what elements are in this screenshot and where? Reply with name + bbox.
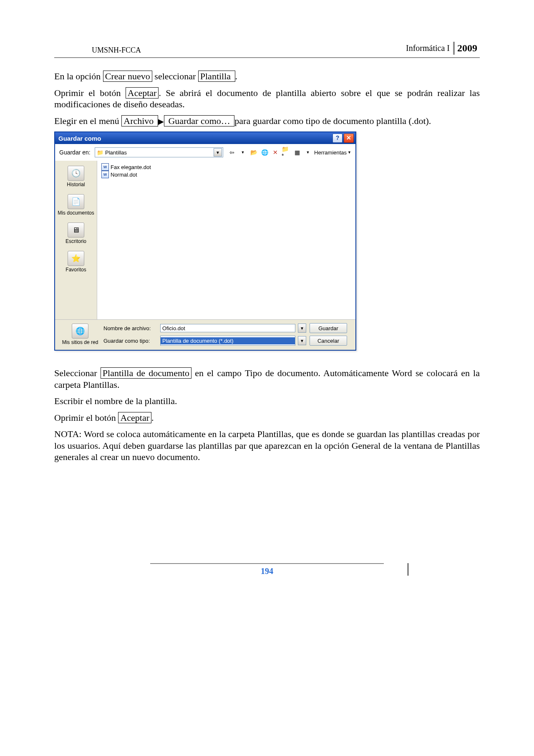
sidebar-item-label: Favoritos [65, 267, 86, 273]
help-button[interactable]: ? [332, 134, 343, 143]
dropdown-caret-icon[interactable]: ▼ [214, 148, 222, 157]
header-left: UMSNH-FCCA [54, 46, 141, 55]
word-doc-icon: W [101, 171, 109, 178]
delete-icon[interactable]: ✕ [271, 148, 280, 157]
save-in-label: Guardar en: [59, 149, 92, 156]
boxed-plantilla: Plantilla [198, 71, 235, 82]
cancel-button[interactable]: Cancelar [310, 336, 347, 346]
paragraph-6: Oprimir el botón Aceptar. [54, 412, 480, 424]
file-list-pane[interactable]: W Fax elegante.dot W Normal.dot [97, 161, 355, 319]
boxed-archivo: Archivo [121, 115, 158, 126]
dialog-bottom-area: 🌐 Mis sitios de red Nombre de archivo: ▼… [55, 319, 355, 350]
save-type-label: Guardar como tipo: [103, 338, 158, 344]
search-web-icon[interactable]: 🌐 [260, 148, 269, 157]
sidebar-item-label: Historial [67, 182, 85, 187]
sidebar-item-historial[interactable]: 🕓 Historial [55, 164, 97, 189]
back-icon[interactable]: ⇦ [227, 148, 237, 157]
paragraph-7: NOTA: Word se coloca automáticamente en … [54, 428, 480, 463]
sidebar-item-favoritos[interactable]: ⭐ Favoritos [55, 249, 97, 274]
arrow-right-icon: ▶ [158, 117, 164, 126]
places-sidebar: 🕓 Historial 📄 Mis documentos 🖥 Escritori… [55, 161, 97, 319]
filename-history-caret-icon[interactable]: ▼ [298, 324, 306, 333]
folder-icon: 📁 [97, 149, 103, 156]
history-icon: 🕓 [68, 166, 84, 181]
save-type-caret-icon[interactable]: ▼ [298, 336, 306, 345]
boxed-aceptar-1: Aceptar [126, 87, 159, 99]
titlebar-buttons: ? ✕ [332, 134, 354, 143]
course-name: Informática I [406, 43, 450, 53]
file-name: Normal.dot [111, 172, 137, 178]
sidebar-item-network[interactable]: 🌐 Mis sitios de red [59, 324, 101, 345]
close-button[interactable]: ✕ [344, 134, 354, 143]
paragraph-4: Seleccionar Plantilla de documento en el… [54, 367, 480, 390]
sidebar-item-mis-documentos[interactable]: 📄 Mis documentos [55, 192, 97, 217]
tools-label: Herramientas [314, 149, 347, 156]
filename-label: Nombre de archivo: [103, 325, 158, 331]
views-caret-icon[interactable]: ▼ [303, 148, 312, 157]
sidebar-item-escritorio[interactable]: 🖥 Escritorio [55, 221, 97, 246]
page-number: 194 [150, 563, 384, 576]
save-in-value: Plantillas [103, 149, 214, 156]
file-name: Fax elegante.dot [111, 164, 151, 170]
network-icon: 🌐 [72, 324, 88, 339]
favorites-icon: ⭐ [68, 251, 84, 266]
boxed-crear-nuevo: Crear nuevo [103, 71, 152, 82]
sidebar-item-label: Escritorio [65, 238, 86, 244]
sidebar-item-label: Mis documentos [58, 210, 94, 216]
save-type-value: Plantilla de documento (*.dot) [161, 337, 295, 344]
word-doc-icon: W [101, 163, 109, 171]
boxed-plantilla-documento: Plantilla de documento [101, 367, 191, 379]
save-type-combo[interactable]: Plantilla de documento (*.dot) [160, 336, 295, 346]
filename-input[interactable] [160, 324, 295, 332]
save-as-dialog: Guardar como ? ✕ Guardar en: 📁 Plantilla… [54, 131, 356, 351]
tools-caret-icon: ▼ [348, 150, 351, 154]
documents-icon: 📄 [68, 194, 84, 209]
new-folder-icon[interactable]: 📁* [282, 148, 291, 157]
dialog-toolbar: Guardar en: 📁 Plantillas ▼ ⇦ ▼ 📂 🌐 ✕ 📁* … [55, 144, 355, 161]
page-header: UMSNH-FCCA Informática I 2009 [54, 42, 480, 58]
body-text: En la opción Crear nuevo seleccionar Pla… [54, 71, 480, 463]
paragraph-1: En la opción Crear nuevo seleccionar Pla… [54, 71, 480, 82]
dialog-title: Guardar como [58, 135, 101, 142]
paragraph-3: Elegir en el menú Archivo ▶ Guardar como… [54, 115, 480, 127]
tools-menu[interactable]: Herramientas ▼ [314, 149, 351, 156]
up-folder-icon[interactable]: 📂 [249, 148, 258, 157]
save-in-combo[interactable]: 📁 Plantillas ▼ [95, 147, 223, 157]
dialog-titlebar: Guardar como ? ✕ [55, 132, 355, 144]
toolbar-icons: ⇦ ▼ 📂 🌐 ✕ 📁* ▦ ▼ Herramientas ▼ [227, 148, 351, 157]
document-page: UMSNH-FCCA Informática I 2009 En la opci… [0, 0, 534, 601]
paragraph-5: Escribir el nombre de la plantilla. [54, 395, 480, 407]
desktop-icon: 🖥 [68, 223, 84, 238]
save-button[interactable]: Guardar [310, 323, 347, 333]
dialog-body: 🕓 Historial 📄 Mis documentos 🖥 Escritori… [55, 161, 355, 319]
file-row[interactable]: W Fax elegante.dot [101, 163, 351, 171]
year-box: 2009 [453, 42, 480, 55]
boxed-aceptar-2: Aceptar [118, 412, 151, 423]
back-history-caret-icon[interactable]: ▼ [238, 148, 247, 157]
file-row[interactable]: W Normal.dot [101, 171, 351, 178]
sidebar-item-label: Mis sitios de red [62, 339, 98, 345]
header-right: Informática I 2009 [406, 42, 480, 55]
views-icon[interactable]: ▦ [292, 148, 302, 157]
paragraph-2: Oprimir el botón Aceptar. Se abrirá el d… [54, 87, 480, 110]
boxed-guardar-como: Guardar como… [164, 115, 234, 126]
